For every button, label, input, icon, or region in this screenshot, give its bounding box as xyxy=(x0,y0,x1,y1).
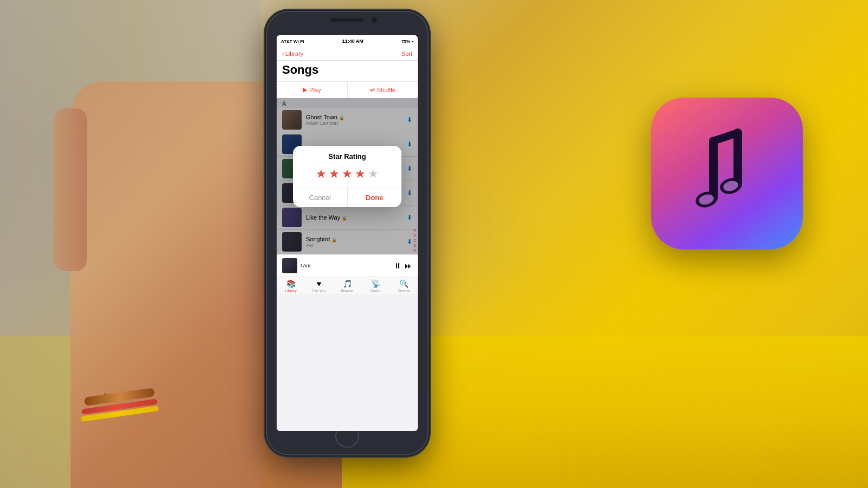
play-icon: ▶ xyxy=(303,86,307,93)
library-tab-icon: 📚 xyxy=(286,279,296,288)
battery-label: 75% ▪ xyxy=(401,39,413,44)
play-label: Play xyxy=(309,87,321,93)
status-bar: AT&T Wi-Fi 11:40 AM 75% ▪ xyxy=(277,35,418,47)
done-button[interactable]: Done xyxy=(348,188,402,207)
for-you-tab-label: For You xyxy=(312,289,326,293)
tab-for-you[interactable]: ♥ For You xyxy=(305,279,333,293)
phone-frame: AT&T Wi-Fi 11:40 AM 75% ▪ ‹ Library Sort… xyxy=(266,11,429,455)
music-note-svg xyxy=(673,119,781,228)
tab-browse[interactable]: 🎵 Browse xyxy=(333,279,361,293)
star-2[interactable]: ★ xyxy=(329,167,340,181)
star-rating-modal: Star Rating ★ ★ ★ ★ ★ Cancel Done xyxy=(293,146,401,207)
modal-title: Star Rating xyxy=(293,146,401,165)
cancel-button[interactable]: Cancel xyxy=(293,188,348,207)
tab-radio[interactable]: 📡 Radio xyxy=(361,279,390,293)
browse-tab-icon: 🎵 xyxy=(343,279,352,288)
nav-bar: ‹ Library Sort xyxy=(277,47,418,61)
shuffle-label: Shuffle xyxy=(377,87,395,93)
mini-player-art xyxy=(282,258,297,273)
modal-overlay: Star Rating ★ ★ ★ ★ ★ Cancel Done xyxy=(277,98,418,254)
shuffle-icon: ⇌ xyxy=(370,86,375,93)
play-button[interactable]: ▶ Play xyxy=(277,82,348,98)
radio-tab-label: Radio xyxy=(371,289,380,293)
tab-library[interactable]: 📚 Library xyxy=(277,279,305,293)
phone-speaker xyxy=(331,18,363,22)
mini-player-controls: ⏸ ⏭ xyxy=(394,261,412,270)
finger-left xyxy=(54,108,87,271)
library-tab-label: Library xyxy=(285,289,296,293)
stars-row: ★ ★ ★ ★ ★ xyxy=(293,165,401,188)
search-tab-icon: 🔍 xyxy=(399,279,409,288)
back-button[interactable]: ‹ Library xyxy=(282,50,303,57)
star-5[interactable]: ★ xyxy=(368,167,379,181)
chevron-left-icon: ‹ xyxy=(282,50,284,57)
mini-player-title: I Am xyxy=(301,263,391,268)
star-1[interactable]: ★ xyxy=(316,167,327,181)
modal-buttons: Cancel Done xyxy=(293,188,401,207)
browse-tab-label: Browse xyxy=(341,289,353,293)
for-you-tab-icon: ♥ xyxy=(317,279,321,288)
page-title: Songs xyxy=(282,63,412,77)
battery-icon: ▪ xyxy=(412,39,413,44)
sort-button[interactable]: Sort xyxy=(401,50,412,57)
music-app-icon xyxy=(651,98,803,249)
star-3[interactable]: ★ xyxy=(342,167,353,181)
phone-container: AT&T Wi-Fi 11:40 AM 75% ▪ ‹ Library Sort… xyxy=(233,11,461,477)
star-4[interactable]: ★ xyxy=(355,167,366,181)
phone-screen: AT&T Wi-Fi 11:40 AM 75% ▪ ‹ Library Sort… xyxy=(277,35,418,431)
forward-button[interactable]: ⏭ xyxy=(405,261,412,270)
search-tab-label: Search xyxy=(398,289,410,293)
app-icon-background xyxy=(651,98,803,249)
pause-button[interactable]: ⏸ xyxy=(394,261,401,270)
carrier-label: AT&T Wi-Fi xyxy=(281,39,304,44)
time-label: 11:40 AM xyxy=(342,38,363,44)
songs-list: A Ghost Town 🔒 Adam Lambert ⬇ xyxy=(277,98,418,254)
page-title-bar: Songs xyxy=(277,61,418,81)
library-back-label: Library xyxy=(285,50,304,57)
play-shuffle-bar: ▶ Play ⇌ Shuffle xyxy=(277,81,418,98)
tab-search[interactable]: 🔍 Search xyxy=(390,279,418,293)
radio-tab-icon: 📡 xyxy=(371,279,380,288)
tab-bar: 📚 Library ♥ For You 🎵 Browse 📡 Radio 🔍 xyxy=(277,277,418,294)
mini-player[interactable]: I Am ⏸ ⏭ xyxy=(277,254,418,277)
shuffle-button[interactable]: ⇌ Shuffle xyxy=(348,82,418,98)
music-note-group xyxy=(694,133,743,210)
phone-camera xyxy=(372,17,377,23)
